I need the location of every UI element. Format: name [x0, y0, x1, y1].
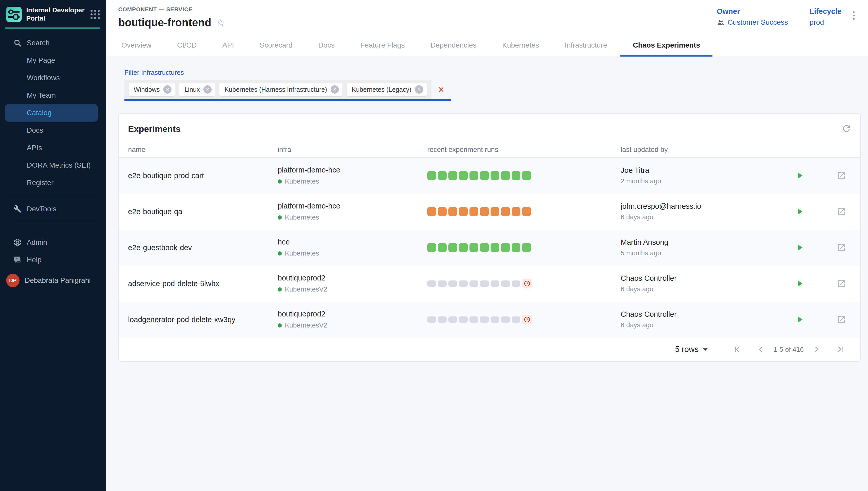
page-range-label: 1-5 of 416	[774, 346, 804, 353]
run-square-passed	[501, 243, 510, 252]
filter-chip[interactable]: Kubernetes (Harness Infrastructure) ×	[219, 83, 343, 96]
column-infra: infra	[278, 146, 427, 154]
sidebar-item-devtools[interactable]: DevTools	[0, 200, 106, 218]
infra-status-dot	[278, 252, 282, 256]
run-square-pending	[438, 316, 446, 323]
refresh-icon[interactable]	[840, 122, 853, 135]
tab[interactable]: API	[219, 36, 237, 57]
run-square-failed	[449, 207, 457, 216]
sidebar-item-my-team[interactable]: My Team	[0, 87, 106, 104]
sidebar-item-workflows[interactable]: Workflows	[0, 69, 106, 87]
table-row[interactable]: e2e-boutique-prod-cart platform-demo-hce…	[119, 157, 860, 194]
run-square-pending	[480, 281, 489, 287]
column-recent-runs: recent experiment runs	[427, 146, 621, 154]
tab[interactable]: Feature Flags	[357, 36, 408, 57]
sidebar-item-docs[interactable]: Docs	[0, 122, 106, 139]
filter-chip[interactable]: Kubernetes (Legacy) ×	[347, 83, 427, 96]
run-square-passed	[438, 171, 446, 180]
table-row[interactable]: loadgenerator-pod-delete-xw3qy boutiquep…	[119, 301, 860, 338]
chip-remove-icon[interactable]: ×	[163, 85, 172, 93]
column-last-updated: last updated by	[621, 146, 779, 154]
open-experiment-button[interactable]	[835, 313, 848, 326]
sidebar-item-admin[interactable]: Admin	[0, 234, 106, 251]
open-experiment-button[interactable]	[835, 277, 848, 290]
sidebar-item-catalog[interactable]: Catalog	[5, 104, 98, 122]
infra-type: Kubernetes	[285, 249, 319, 257]
first-page-button[interactable]	[731, 344, 743, 355]
help-button[interactable]: ? Help	[0, 251, 106, 269]
table-row[interactable]: e2e-guestbook-dev hce Kubernetes Martin …	[119, 230, 860, 265]
run-experiment-button[interactable]	[793, 241, 806, 254]
tab[interactable]: Kubernetes	[499, 36, 542, 57]
entity-kind-label: COMPONENT — SERVICE	[118, 6, 717, 13]
sidebar-item-dora-metrics[interactable]: DORA Metrics (SEI)	[0, 156, 106, 174]
recent-runs-indicator	[427, 315, 621, 324]
tab[interactable]: Scorecard	[257, 36, 296, 57]
table-row[interactable]: adservice-pod-delete-5lwbx boutiqueprod2…	[119, 265, 860, 301]
experiment-name: e2e-guestbook-dev	[128, 243, 278, 252]
run-square-failed	[438, 207, 446, 216]
run-experiment-button[interactable]	[793, 205, 806, 218]
sidebar-item-search[interactable]: Search	[0, 34, 106, 52]
open-in-new-icon	[837, 315, 846, 324]
favorite-star-icon[interactable]: ☆	[216, 18, 225, 28]
pagination: 5 rows 1-5 of 416	[119, 338, 860, 361]
open-experiment-button[interactable]	[835, 169, 848, 182]
recent-runs-indicator	[427, 171, 621, 180]
open-experiment-button[interactable]	[835, 205, 848, 218]
run-square-passed	[459, 171, 468, 180]
recent-runs-indicator	[427, 279, 621, 288]
run-square-passed	[491, 171, 499, 180]
infra-status-dot	[278, 287, 282, 291]
tab[interactable]: Overview	[118, 36, 154, 57]
table-row[interactable]: e2e-boutique-qa platform-demo-hce Kubern…	[119, 194, 860, 230]
last-page-button[interactable]	[835, 344, 846, 355]
chip-remove-icon[interactable]: ×	[330, 85, 339, 93]
run-square-failed	[522, 207, 531, 216]
main-area: COMPONENT — SERVICE boutique-frontend ☆ …	[106, 0, 868, 491]
open-in-new-icon	[837, 279, 846, 288]
filter-infrastructures-label[interactable]: Filter Infrastructures	[124, 69, 184, 77]
run-square-pending	[449, 316, 457, 323]
run-square-pending	[501, 281, 510, 287]
tab[interactable]: Docs	[315, 36, 338, 57]
run-experiment-button[interactable]	[793, 169, 806, 182]
rows-per-page-select[interactable]: 5 rows	[675, 345, 708, 354]
table-header: name infra recent experiment runs last u…	[119, 142, 860, 157]
clear-filters-icon[interactable]: ×	[431, 84, 451, 95]
previous-page-button[interactable]	[755, 344, 766, 355]
more-options-icon[interactable]	[850, 8, 858, 23]
run-square-pending	[459, 316, 468, 323]
owner-link[interactable]: Customer Success	[717, 18, 788, 27]
wrench-icon	[13, 205, 27, 213]
next-page-button[interactable]	[811, 344, 822, 355]
run-square-passed	[469, 243, 478, 252]
pending-clock-icon	[524, 280, 530, 287]
tab[interactable]: CI/CD	[174, 36, 200, 57]
run-square-passed	[459, 243, 468, 252]
tab-content: Filter Infrastructures Windows × Linux ×	[106, 57, 868, 491]
app-switcher-icon[interactable]	[89, 9, 101, 20]
run-experiment-button[interactable]	[793, 278, 806, 290]
sidebar-item-register[interactable]: Register	[0, 174, 106, 192]
user-menu[interactable]: DP Debabrata Panigrahi	[0, 269, 106, 290]
chip-remove-icon[interactable]: ×	[203, 85, 211, 93]
tab[interactable]: Chaos Experiments	[630, 36, 703, 57]
chip-remove-icon[interactable]: ×	[415, 85, 423, 93]
updated-ago: 6 days ago	[621, 321, 779, 329]
sidebar-item-apis[interactable]: APIs	[0, 139, 106, 156]
sidebar-divider	[9, 222, 97, 222]
entity-header: COMPONENT — SERVICE boutique-frontend ☆ …	[106, 0, 868, 57]
filter-chip[interactable]: Windows ×	[128, 83, 175, 96]
run-square-failed	[469, 207, 478, 216]
tab[interactable]: Dependencies	[427, 36, 480, 57]
tab[interactable]: Infrastructure	[562, 36, 610, 57]
run-experiment-button[interactable]	[793, 313, 806, 326]
run-square-passed	[491, 243, 499, 252]
filter-chip[interactable]: Linux ×	[179, 83, 215, 96]
sidebar-item-my-page[interactable]: My Page	[0, 52, 106, 69]
infrastructure-filter-input[interactable]: Windows × Linux × Kubernetes (Harness In…	[124, 80, 451, 101]
run-square-failed	[491, 207, 499, 216]
open-in-new-icon	[837, 207, 846, 216]
open-experiment-button[interactable]	[835, 241, 848, 254]
